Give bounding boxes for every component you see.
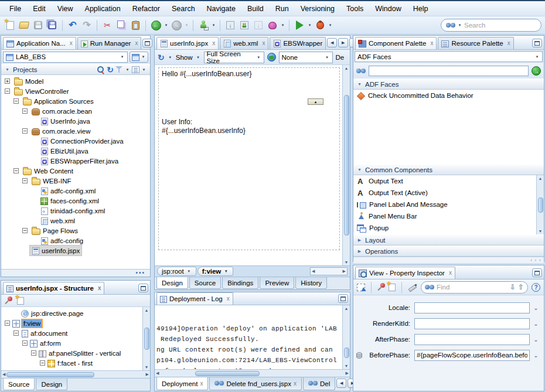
tree-expander[interactable]: − (13, 330, 19, 336)
tree-item[interactable]: ConnectionProvider.java (1, 136, 150, 146)
tree-expander[interactable]: − (22, 108, 28, 114)
editor-view-tab[interactable]: Preview (260, 277, 294, 289)
palette-search-go-button[interactable]: → (532, 66, 541, 76)
tree-item[interactable]: − af:document (1, 328, 142, 338)
menu-item[interactable]: View (52, 2, 79, 15)
output-text-userinfo-label[interactable]: User Info: (162, 118, 192, 126)
structure-horizontal-scrollbar[interactable]: ◀▶ (1, 370, 150, 378)
tree-expander[interactable]: − (13, 168, 19, 173)
section-layout[interactable]: ▶ Layout (353, 234, 544, 246)
close-icon[interactable]: x (70, 40, 73, 46)
editor-tab[interactable]: userInfo.jspx x (156, 37, 219, 49)
structure-bottom-tab[interactable]: Source (3, 379, 35, 390)
breadcrumb-item[interactable]: f:view▾ (197, 267, 234, 276)
section-operations[interactable]: ▶ Operations (353, 246, 544, 257)
new-page-icon[interactable] (17, 297, 24, 305)
menu-item[interactable]: Run (270, 2, 295, 15)
cancel-build-button[interactable] (252, 18, 265, 32)
tree-expander[interactable]: − (5, 88, 10, 94)
copy-button[interactable] (115, 18, 128, 32)
projects-section-header[interactable]: ▼ Projects ↻ ▾ ▾ (1, 64, 150, 75)
inspector-find-input[interactable] (437, 283, 507, 292)
menu-item[interactable]: Versioning (295, 2, 340, 15)
palette-category-combobox[interactable]: ADF Faces▾ (355, 51, 543, 62)
menu-item[interactable]: Navigate (201, 2, 241, 15)
application-menu-button[interactable]: ▾ (130, 52, 148, 63)
find-next-icon[interactable]: ⇩ (510, 283, 516, 291)
back-dropdown[interactable]: ▾ (164, 23, 169, 28)
tree-expander[interactable]: − (22, 228, 28, 233)
menu-item[interactable]: Refactor (127, 2, 166, 15)
minimize-button[interactable] (142, 39, 152, 47)
property-value-input[interactable] (414, 350, 530, 361)
editor-tab[interactable]: web.xml x (220, 37, 268, 49)
tabs-scroll-left-button[interactable]: ◀ (336, 379, 346, 388)
new-file-button[interactable] (4, 18, 16, 32)
palette-item[interactable]: Check Uncommitted Data Behavior (353, 90, 544, 101)
tree-item[interactable]: EBizUtil.java (1, 146, 150, 156)
editor-view-tab[interactable]: Design (156, 277, 188, 289)
output-text-hello[interactable]: Hello #{...userInfoBean.user} (162, 70, 251, 78)
sql-dropdown[interactable]: ▾ (211, 23, 216, 28)
editor-view-tab[interactable]: History (295, 277, 327, 289)
screen-size-combobox[interactable]: Full Screen Size▾ (204, 52, 264, 63)
run-button[interactable] (293, 18, 306, 32)
tree-item[interactable]: − f:view (1, 318, 142, 328)
pin-icon[interactable] (377, 283, 385, 291)
tab-deployment-log[interactable]: Deployment - Log x (156, 292, 233, 305)
close-icon[interactable]: x (135, 40, 138, 46)
tab-property-inspector[interactable]: View - Property Inspector x (355, 267, 455, 279)
tree-item[interactable]: userInfo.jspx (1, 246, 150, 255)
minimize-button[interactable] (138, 284, 148, 292)
refresh-dropdown[interactable]: ▾ (168, 55, 173, 60)
output-text-userinfo-value[interactable]: #{...userInfoBean.userInfo} (162, 127, 246, 135)
editor-view-tab[interactable]: Source (189, 277, 221, 289)
tree-item[interactable]: web.xml (1, 216, 150, 226)
open-button[interactable] (18, 18, 30, 32)
select-component-icon[interactable] (357, 284, 365, 291)
tree-item[interactable]: − Page Flows (1, 226, 150, 236)
tree-item[interactable]: adfc-config.xml (1, 186, 150, 196)
tree-item[interactable]: trinidad-config.xml (1, 206, 150, 216)
minimize-button[interactable] (532, 268, 542, 277)
debug-dropdown[interactable]: ▾ (328, 23, 333, 28)
cut-button[interactable]: ✂ (101, 18, 114, 32)
tree-expander[interactable]: − (31, 350, 36, 356)
sql-button[interactable] (197, 18, 210, 32)
tabs-scroll-right-button[interactable]: ▶ (338, 38, 348, 47)
palette-item[interactable]: Popup (353, 222, 536, 234)
refresh-icon[interactable]: ↻ (107, 66, 114, 74)
menu-item[interactable]: Tools (340, 2, 369, 15)
close-icon[interactable]: x (262, 40, 265, 46)
filter-icon[interactable] (115, 66, 123, 73)
run-dropdown[interactable]: ▾ (307, 23, 312, 28)
tree-expander[interactable]: + (5, 79, 10, 84)
tab-application-navigator[interactable]: Application Na... x (3, 37, 76, 49)
close-icon[interactable]: x (200, 380, 203, 387)
tree-expander[interactable]: − (22, 178, 28, 183)
show-label[interactable]: Show (176, 54, 193, 61)
palette-item[interactable]: Panel Menu Bar (353, 210, 536, 222)
log-bottom-tab[interactable]: Del x (303, 377, 335, 390)
minimize-button[interactable] (338, 294, 348, 303)
log-horizontal-scrollbar[interactable]: ◀▶ (155, 369, 350, 377)
undo-button[interactable]: ↶ (66, 18, 79, 32)
save-button[interactable] (32, 18, 45, 32)
profile-dropdown[interactable]: ▾ (280, 23, 285, 28)
close-icon[interactable]: x (227, 296, 230, 302)
profile-button[interactable] (266, 18, 279, 32)
menu-item[interactable]: Application (79, 2, 127, 15)
back-button[interactable]: ← (149, 18, 162, 32)
paste-button[interactable] (129, 18, 142, 32)
search-scope-dropdown[interactable]: ▾ (457, 23, 462, 28)
design-canvas[interactable]: Hello #{...userInfoBean.user} ▲ User Inf… (155, 65, 342, 265)
breadcrumb-scrollbar[interactable]: ◀▶ (310, 267, 348, 275)
tabs-scroll-left-button[interactable]: ◀ (327, 38, 337, 47)
navigator-overflow-dots[interactable]: ••• (1, 269, 150, 277)
inspector-find-box[interactable]: ⇩ ⇧ (421, 281, 528, 294)
close-icon[interactable]: x (98, 285, 101, 291)
palette-item[interactable]: Output Text (Active) (353, 187, 536, 199)
tree-item[interactable]: − ViewController (1, 86, 150, 96)
refresh-icon[interactable]: ↻ (158, 53, 165, 62)
menu-item[interactable]: Search (166, 2, 201, 15)
